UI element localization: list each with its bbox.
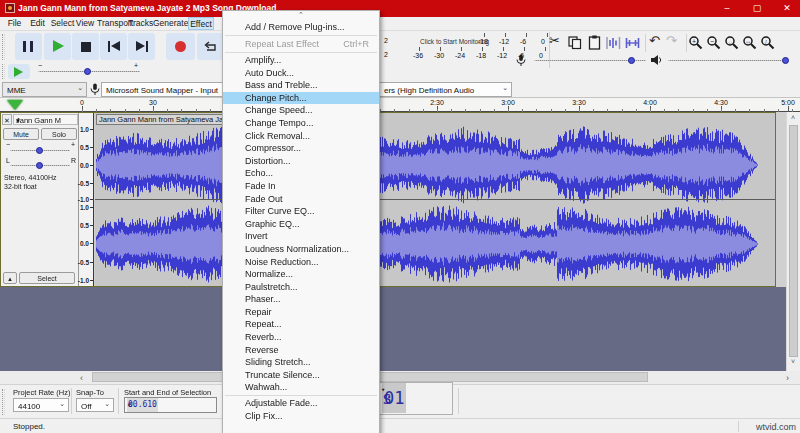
audio-host-select[interactable]: MME⌄ (2, 82, 87, 97)
collapse-track-button[interactable]: ▴ (3, 272, 17, 284)
divider (118, 388, 119, 414)
menubar-item-transport[interactable]: Transport (97, 17, 129, 30)
zoom-toggle-button[interactable]: / (760, 35, 776, 51)
playback-device-select[interactable]: ers (High Definition Audio⌄ (379, 82, 512, 97)
pause-button[interactable] (15, 33, 42, 60)
selection-toolbar-grip[interactable] (2, 389, 5, 415)
menu-item-graphic-eq-[interactable]: Graphic EQ... (223, 218, 379, 231)
meter-tick-label: -36 (413, 52, 423, 59)
menu-item-change-speed-[interactable]: Change Speed... (223, 104, 379, 117)
fit-project-button[interactable]: ⇿ (742, 35, 758, 51)
meter-tick (461, 47, 462, 51)
recording-volume-slider-thumb[interactable] (628, 57, 635, 64)
selection-end-time-field[interactable]: m01s▾ (377, 382, 453, 415)
menu-item-auto-duck-[interactable]: Auto Duck... (223, 67, 379, 80)
scroll-right-icon[interactable]: › (786, 373, 789, 383)
track-close-button[interactable]: ✕ (2, 114, 12, 125)
scale-tick (90, 207, 93, 208)
zoom-in-button[interactable]: + (688, 35, 704, 51)
gain-slider-thumb[interactable] (36, 147, 43, 154)
menu-scroll-up-icon[interactable]: ⌃ (223, 11, 379, 20)
menubar-item-select[interactable]: Select (50, 17, 75, 30)
stop-button[interactable] (72, 33, 99, 60)
menu-item-normalize-[interactable]: Normalize... (223, 268, 379, 281)
copy-button[interactable] (568, 36, 582, 50)
menu-item-clip-fix-[interactable]: Clip Fix... (223, 410, 379, 423)
menu-item-fade-in[interactable]: Fade In (223, 180, 379, 193)
playback-volume-slider[interactable] (668, 60, 788, 61)
menubar-item-view[interactable]: View (75, 17, 95, 30)
close-button[interactable]: ✕ (774, 0, 800, 16)
menu-item-bass-and-treble-[interactable]: Bass and Treble... (223, 79, 379, 92)
menu-item-click-removal-[interactable]: Click Removal... (223, 130, 379, 143)
selection-start-time-field[interactable]: 00h01m00.610s▾ (124, 397, 217, 413)
scale-label: 0.0 (80, 162, 89, 169)
scale-label: -1.0 (78, 196, 89, 203)
menu-item-change-pitch-[interactable]: Change Pitch... (223, 92, 379, 105)
playback-volume-icon (650, 54, 663, 66)
menu-item-reverse[interactable]: Reverse (223, 344, 379, 357)
menu-item-add-remove-plug-ins-[interactable]: Add / Remove Plug-ins... (223, 20, 379, 34)
menu-item-wahwah-[interactable]: Wahwah... (223, 381, 379, 394)
magnifier-icon: − (706, 35, 722, 51)
magnifier-icon: ⇿ (742, 35, 758, 51)
loop-button[interactable] (197, 33, 224, 60)
solo-button[interactable]: Solo (41, 128, 77, 140)
project-rate-select[interactable]: 44100⌄ (13, 398, 69, 412)
menu-item-repair[interactable]: Repair (223, 306, 379, 319)
paste-button[interactable] (588, 35, 601, 50)
scroll-down-icon[interactable]: ˅ (791, 358, 795, 365)
track-name-menu[interactable]: Jann Gann M▾ (13, 114, 78, 125)
playhead-pin-icon[interactable] (7, 100, 23, 110)
menu-item-paulstretch-[interactable]: Paulstretch... (223, 281, 379, 294)
menu-item-reverb-[interactable]: Reverb... (223, 331, 379, 344)
playspeed-grip[interactable] (2, 64, 5, 79)
vertical-scrollbar[interactable]: ˄ ˅ (786, 112, 800, 371)
silence-audio-button[interactable] (625, 37, 640, 49)
playback-volume-slider-thumb[interactable] (782, 57, 789, 64)
record-button[interactable] (166, 33, 195, 60)
menu-item-repeat-[interactable]: Repeat... (223, 318, 379, 331)
scroll-left-icon[interactable]: ‹ (80, 373, 83, 383)
pan-slider-thumb[interactable] (36, 162, 43, 169)
zoom-out-button[interactable]: − (706, 35, 722, 51)
vertical-scrollbar-thumb[interactable] (789, 125, 798, 357)
timeline-ruler[interactable]: 0302:303:003:304:004:305:00 (0, 98, 800, 112)
menu-item-invert[interactable]: Invert (223, 230, 379, 243)
maximize-button[interactable]: ▢ (744, 0, 770, 16)
track-select-button[interactable]: Select (19, 272, 75, 284)
zoom-selection-button[interactable]: ⇔ (724, 35, 740, 51)
menu-shortcut: Ctrl+R (343, 37, 369, 51)
mute-button[interactable]: Mute (3, 128, 39, 140)
menu-item-change-tempo-[interactable]: Change Tempo... (223, 117, 379, 130)
menu-item-loudness-normalization-[interactable]: Loudness Normalization... (223, 243, 379, 256)
trim-audio-button[interactable] (606, 37, 621, 49)
menu-item-filter-curve-eq-[interactable]: Filter Curve EQ... (223, 205, 379, 218)
menubar-item-effect[interactable]: Effect (188, 17, 214, 30)
menubar-item-file[interactable]: File (5, 17, 24, 30)
menu-item-adjustable-fade-[interactable]: Adjustable Fade... (223, 397, 379, 410)
menu-item-echo-[interactable]: Echo... (223, 167, 379, 180)
play-speed-slider-thumb[interactable] (84, 68, 91, 75)
menu-item-noise-reduction-[interactable]: Noise Reduction... (223, 256, 379, 269)
transport-grip[interactable] (2, 34, 5, 60)
menu-item-sliding-stretch-[interactable]: Sliding Stretch... (223, 356, 379, 369)
menu-item-compressor-[interactable]: Compressor... (223, 142, 379, 155)
menu-item-fade-out[interactable]: Fade Out (223, 193, 379, 206)
menubar-item-tracks[interactable]: Tracks (128, 17, 153, 30)
menu-item-distortion-[interactable]: Distortion... (223, 155, 379, 168)
menubar-item-generate[interactable]: Generate (153, 17, 185, 30)
skip-to-start-button[interactable] (100, 33, 127, 60)
vertical-scale-ruler[interactable]: 1.00.50.0-0.5-1.01.00.50.0-0.5-1.0 (79, 113, 94, 286)
scroll-up-icon[interactable]: ˄ (791, 114, 795, 121)
skip-to-end-button[interactable] (128, 33, 155, 60)
snap-to-select[interactable]: Off⌄ (76, 398, 114, 412)
menubar-item-edit[interactable]: Edit (28, 17, 47, 30)
play-button[interactable] (44, 33, 71, 60)
play-at-speed-button[interactable] (8, 64, 30, 79)
menu-item-amplify-[interactable]: Amplify... (223, 54, 379, 67)
minimize-button[interactable]: – (714, 0, 740, 16)
menu-item-phaser-[interactable]: Phaser... (223, 293, 379, 306)
menu-item-truncate-silence-[interactable]: Truncate Silence... (223, 369, 379, 382)
titlebar: Jann Gann Mann from Satyameva Jayate 2 M… (0, 0, 800, 17)
